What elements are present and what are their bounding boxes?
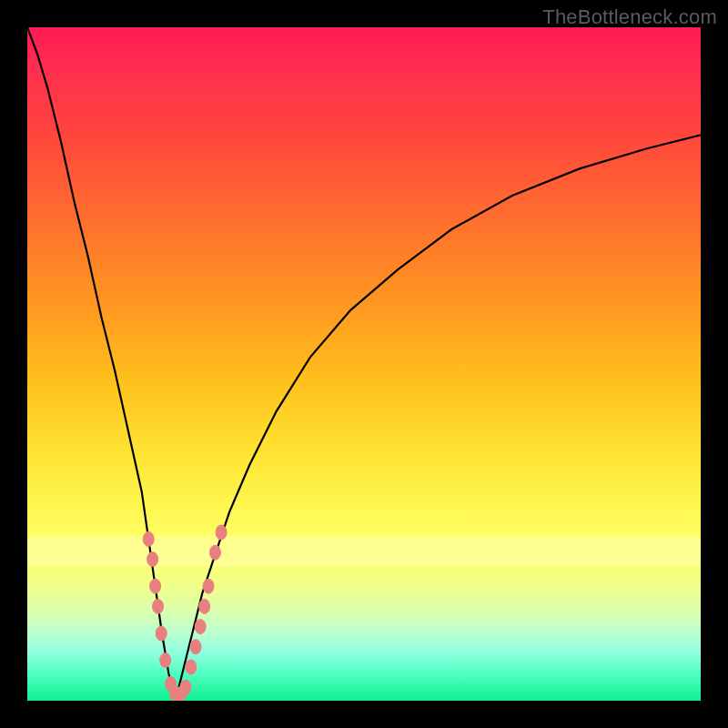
marker-bead xyxy=(156,626,167,641)
marker-bead xyxy=(143,531,154,546)
plot-area xyxy=(27,27,701,701)
marker-bead xyxy=(153,599,164,613)
bottleneck-curve-left xyxy=(27,27,176,701)
marker-bead xyxy=(216,525,227,540)
marker-bead xyxy=(186,660,197,674)
bottleneck-curve-right xyxy=(176,135,701,701)
marker-bead xyxy=(195,620,206,634)
marker-bead xyxy=(160,653,171,668)
curve-svg xyxy=(27,27,701,701)
marker-bead xyxy=(150,579,161,593)
marker-bead xyxy=(147,552,158,567)
marker-bead xyxy=(199,599,210,613)
marker-bead xyxy=(180,680,191,694)
marker-bead xyxy=(209,545,220,560)
marker-beads-group xyxy=(143,525,227,701)
watermark-text: TheBottleneck.com xyxy=(542,5,717,29)
chart-frame: TheBottleneck.com xyxy=(0,0,728,728)
marker-bead xyxy=(203,579,214,593)
marker-bead xyxy=(190,640,201,654)
